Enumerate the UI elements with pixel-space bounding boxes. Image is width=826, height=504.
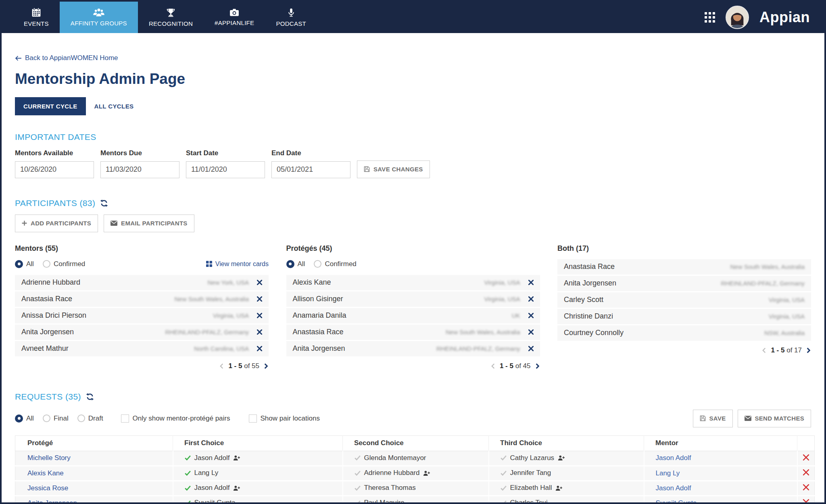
page-range: 1 - 5 [500,362,513,370]
start-date-label: Start Date [186,149,265,157]
remove-person-icon[interactable] [257,296,262,302]
remove-person-icon[interactable] [528,296,534,302]
mentors-due-input[interactable] [100,161,179,178]
add-participants-label: ADD PARTICIPANTS [31,220,91,227]
back-link[interactable]: Back to AppianWOMEN Home [15,54,118,62]
start-date-input[interactable] [186,161,265,178]
check-icon-gray [355,471,361,476]
next-page-icon[interactable] [806,347,811,354]
delete-request-icon[interactable] [803,484,809,491]
delete-request-icon[interactable] [803,499,809,504]
prev-page-icon[interactable] [219,362,224,370]
add-person-icon[interactable] [423,470,430,476]
choice-name: Theresa Thomas [364,484,416,492]
protege-link[interactable]: Anita Jorgensen [27,499,77,504]
person-location: North Carolina, USA [194,345,249,352]
add-person-icon[interactable] [233,485,240,491]
back-arrow-icon [15,56,22,61]
check-icon-gray [501,485,507,491]
list-item: Anamaria DanilaUK [286,308,540,323]
email-participants-button[interactable]: EMAIL PARTICIPANTS [104,215,194,232]
check-icon-green [185,485,191,491]
mentors-filter-all-radio[interactable] [15,260,23,268]
add-person-icon[interactable] [555,485,563,491]
refresh-icon[interactable] [100,199,108,207]
tab-current-cycle[interactable]: CURRENT CYCLE [15,97,86,115]
requests-filter-draft-label: Draft [88,414,103,423]
other-choice: Paul Maguire [355,499,405,504]
remove-person-icon[interactable] [257,346,262,351]
remove-person-icon[interactable] [257,280,262,285]
remove-person-icon[interactable] [257,329,262,335]
prev-page-icon[interactable] [761,347,767,354]
requests-filter-all-radio[interactable] [15,414,23,423]
list-item: Carley ScottVirginia, USA [557,292,811,308]
first-choice: Jason Adolf [185,484,241,492]
pair-locations-label: Show pair locations [261,414,320,423]
remove-person-icon[interactable] [528,280,534,285]
cycle-tabs: CURRENT CYCLE ALL CYCLES [15,97,811,115]
nav-item-label: PODCAST [276,20,306,27]
mentor-link[interactable]: Jason Adolf [656,454,691,462]
next-page-icon[interactable] [263,362,269,370]
person-location: Virginia, USA [484,279,520,286]
remove-person-icon[interactable] [528,346,534,351]
add-person-icon[interactable] [233,455,240,461]
person-name: Avneet Mathur [21,344,69,353]
col-third-choice: Third Choice [489,435,644,451]
save-changes-button[interactable]: SAVE CHANGES [357,160,430,178]
list-item: Anastasia RaceNew South Wales, Australia [557,259,811,275]
delete-request-icon[interactable] [803,469,809,476]
mentors-filter-confirmed-radio[interactable] [43,260,50,268]
camera-icon [229,8,239,17]
protege-link[interactable]: Jessica Rose [27,484,68,492]
check-icon-gray [501,500,507,504]
col-protege: Protégé [15,435,173,451]
other-choice: Charles Tsui [501,499,548,504]
pair-locations-checkbox[interactable] [249,414,257,423]
nav-item-events[interactable]: EVENTS [13,2,60,33]
refresh-icon[interactable] [86,393,94,401]
add-participants-button[interactable]: ADD PARTICIPANTS [15,215,98,232]
remove-person-icon[interactable] [528,313,534,318]
person-name: Anita Jorgensen [21,328,74,336]
mentor-link[interactable]: Suvajit Gupta [656,499,697,504]
list-item: Christine DanziVirginia, USA [557,309,811,324]
proteges-filter-all-radio[interactable] [286,260,294,268]
only-pairs-checkbox[interactable] [121,414,129,423]
person-name: Anastasia Race [293,328,344,336]
app-grid-icon[interactable] [705,12,715,23]
check-icon-gray [501,471,507,476]
nav-item-appianlife[interactable]: #APPIANLIFE [204,2,265,33]
remove-person-icon[interactable] [528,329,534,335]
mentors-pagination: 1 - 5 of 55 [15,362,269,370]
save-disk-icon [364,166,370,172]
requests-filter-final-radio[interactable] [43,414,50,422]
tab-all-cycles[interactable]: ALL CYCLES [86,97,142,115]
nav-item-podcast[interactable]: PODCAST [265,2,317,33]
requests-filter-draft-radio[interactable] [77,414,85,422]
mentor-link[interactable]: Lang Ly [656,469,680,477]
nav-item-recognition[interactable]: RECOGNITION [138,2,204,33]
next-page-icon[interactable] [535,362,540,370]
send-matches-button[interactable]: SEND MATCHES [738,410,811,427]
user-avatar[interactable] [726,6,749,29]
end-date-input[interactable] [271,161,350,178]
protege-link[interactable]: Michelle Story [27,454,71,462]
check-icon-gray [355,455,361,460]
col-second-choice: Second Choice [343,435,489,451]
nav-item-label: EVENTS [24,20,49,27]
nav-item-affinity-groups[interactable]: AFFINITY GROUPS [60,2,138,33]
remove-person-icon[interactable] [257,313,262,318]
view-mentor-cards-link[interactable]: View mentor cards [206,260,269,268]
mentor-link[interactable]: Jason Adolf [656,484,691,492]
protege-link[interactable]: Alexis Kane [27,469,64,477]
save-matches-button[interactable]: SAVE [693,410,733,427]
mentors-available-input[interactable] [15,161,94,178]
delete-request-icon[interactable] [803,454,809,461]
add-person-icon[interactable] [558,455,565,461]
request-row: Anita JorgensenSuvajit GuptaPaul Maguire… [15,496,815,504]
request-row: Jessica RoseJason AdolfTheresa ThomasEli… [15,481,815,496]
proteges-filter-confirmed-radio[interactable] [314,260,321,268]
prev-page-icon[interactable] [490,362,496,370]
